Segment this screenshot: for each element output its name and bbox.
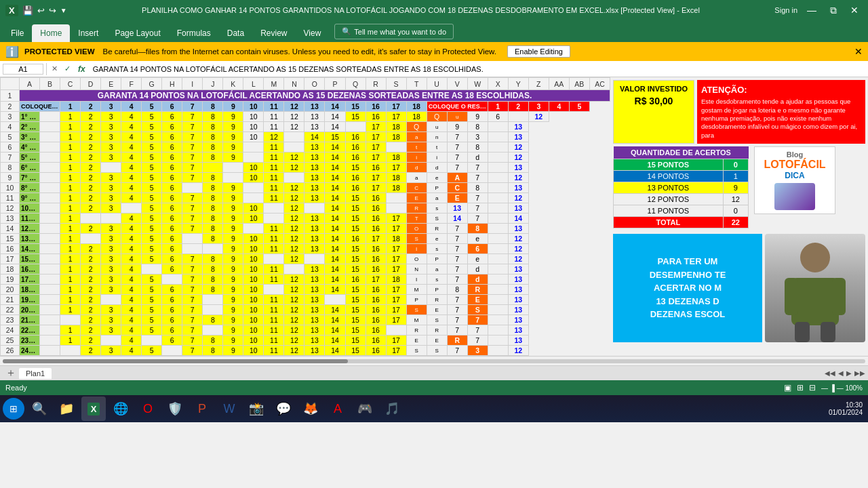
table-row: 9 7° JOGO 1234567810111314161718 a e A 7… [1,173,610,183]
col-G[interactable]: G [142,78,162,90]
col-AA[interactable]: AA [549,78,569,90]
col-P[interactable]: P [325,78,345,90]
scroll-prev-icon[interactable]: ◀ [838,369,844,377]
table-row: 20 18° JOGO 12345678910121314151617 M P … [1,285,610,295]
horizontal-scroll-bar[interactable] [0,356,868,365]
taskbar-music[interactable]: 🎵 [380,396,404,421]
col-Z[interactable]: Z [528,78,549,90]
tab-file[interactable]: File [3,24,32,42]
game-9-label: 9° JOGO [20,193,40,203]
table-row: 12 10° JOGO 123567891012141516 R s 13 7 … [1,203,610,214]
taskbar-clock: 10:30 01/01/2024 [829,401,865,416]
num-2: 2 [81,102,101,112]
promo-box: PARA TER UMDESEMPENHO TEACERTAR NO M13 D… [613,234,762,342]
quick-access-undo[interactable]: ↩ [37,5,45,16]
protected-view-message: Be careful—files from the Internet can c… [103,47,496,56]
col-O[interactable]: O [304,78,325,90]
attention-text: Este desdobramento tende a ajudar as pes… [701,98,861,140]
close-button[interactable]: ✕ [846,3,863,17]
col-M[interactable]: M [264,78,284,90]
col-E[interactable]: E [101,78,121,90]
col-AB[interactable]: AB [569,78,589,90]
col-Q[interactable]: Q [345,78,366,90]
zoom-slider[interactable]: — ▐ — 100% [821,384,863,392]
cancel-icon[interactable]: ✕ [50,64,60,73]
taskbar-edge[interactable]: 🌐 [108,396,133,421]
cell-reference-box[interactable] [3,64,43,75]
tab-view[interactable]: View [296,24,330,42]
person-image [765,234,865,342]
col-N[interactable]: N [284,78,304,90]
sheet-plan1[interactable]: Plan1 [19,368,52,379]
taskbar-firefox[interactable]: 🦊 [298,396,323,421]
attention-box: ATENÇÃO: Este desdobramento tende a ajud… [697,80,865,144]
confirm-icon[interactable]: ✓ [62,64,73,73]
quick-access-save[interactable]: 💾 [22,5,33,16]
table-row: 11 9° JOGO 123456789111213141516 E a E 7… [1,193,610,203]
sign-in-button[interactable]: Sign in [774,6,797,14]
view-layout-icon[interactable]: ⊞ [797,383,804,392]
col-I[interactable]: I [182,78,203,90]
formula-input[interactable] [91,64,865,74]
col-C[interactable]: C [60,78,81,90]
minimize-button[interactable]: — [803,3,821,17]
taskbar-skype[interactable]: 💬 [271,396,296,421]
tab-insert[interactable]: Insert [70,24,106,42]
game-1-label: 1° JOGO [20,112,40,122]
tab-data[interactable]: Data [219,24,252,42]
logo-box: Blog LOTOFÁCIL DICA [754,146,835,214]
col-K[interactable]: K [223,78,243,90]
tab-home[interactable]: Home [32,24,70,42]
title-bar-left: X 💾 ↩ ↪ ▼ [5,5,67,16]
function-icon[interactable]: fx [75,64,88,74]
col-R[interactable]: R [366,78,386,90]
taskbar-excel[interactable]: X [81,396,106,421]
add-sheet-button[interactable]: ＋ [3,366,19,380]
table-row: 19 17° JOGO 123457891011121314161718 I s… [1,274,610,285]
col-V[interactable]: V [447,78,467,90]
taskbar-games[interactable]: 🎮 [353,396,377,421]
col-D[interactable]: D [81,78,101,90]
col-W[interactable]: W [467,78,488,90]
res-1: 1 [488,102,508,112]
col-L[interactable]: L [243,78,264,90]
excel-logo-icon: X [5,5,18,16]
start-button[interactable]: ⊞ [3,398,24,420]
col-J[interactable]: J [203,78,223,90]
col-T[interactable]: T [406,78,427,90]
col-S[interactable]: S [386,78,406,90]
game-17-label: 17° JOGO [20,274,40,285]
col-B[interactable]: B [40,78,60,90]
enable-editing-button[interactable]: Enable Editing [507,45,570,58]
table-row: 18 16° JOGO 1234678910111314151617 N a 7… [1,264,610,274]
taskbar-search[interactable]: 🔍 [27,396,52,421]
taskbar-acrobat[interactable]: A [326,396,350,421]
scroll-left-icon[interactable]: ◀◀ [825,369,835,377]
scroll-right-icon[interactable]: ▶▶ [854,369,865,377]
quick-access-redo[interactable]: ↪ [49,5,56,16]
taskbar-file-explorer[interactable]: 📁 [54,396,79,421]
view-page-break-icon[interactable]: ⊟ [809,383,816,392]
tab-review[interactable]: Review [252,24,295,42]
game-18-label: 18° JOGO [20,285,40,295]
taskbar-antivirus[interactable]: 🛡️ [163,396,187,421]
col-A[interactable]: A [20,78,40,90]
scroll-next-icon[interactable]: ▶ [846,369,852,377]
taskbar-word[interactable]: W [217,396,241,421]
taskbar-powerpoint[interactable]: P [190,396,214,421]
taskbar-opera[interactable]: O [136,396,160,421]
taskbar-greenshot[interactable]: 📸 [244,396,269,421]
col-U[interactable]: U [427,78,447,90]
tab-page-layout[interactable]: Page Layout [106,24,168,42]
col-H[interactable]: H [162,78,182,90]
view-normal-icon[interactable]: ▣ [784,383,791,392]
col-F[interactable]: F [121,78,142,90]
col-AC[interactable]: AC [589,78,610,90]
protected-view-close-icon[interactable]: ✕ [854,46,863,57]
tab-formulas[interactable]: Formulas [169,24,219,42]
col-X[interactable]: X [488,78,508,90]
restore-button[interactable]: ⧉ [826,3,841,18]
tell-me-box[interactable]: 🔍 Tell me what you want to do [334,24,454,39]
quick-access-dropdown[interactable]: ▼ [60,7,67,14]
col-Y[interactable]: Y [508,78,528,90]
